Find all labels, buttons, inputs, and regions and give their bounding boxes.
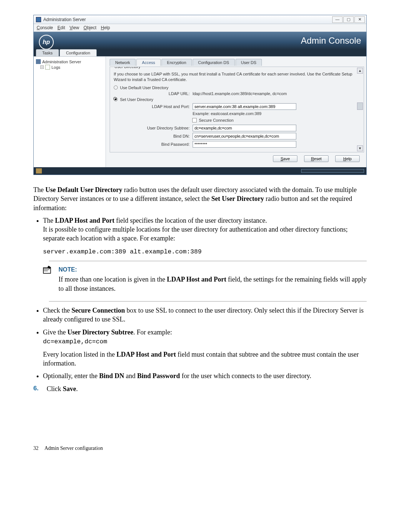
bindpw-label: Bind Password: — [121, 142, 190, 147]
secure-connection-checkbox[interactable]: Secure Connection — [192, 118, 360, 122]
bindpw-input[interactable] — [193, 141, 296, 148]
scroll-thumb[interactable] — [357, 102, 363, 110]
binddn-input[interactable] — [193, 133, 296, 139]
radio-icon — [114, 85, 118, 90]
tab-configuration[interactable]: Configuration — [60, 49, 96, 56]
reset-button[interactable]: Reset — [304, 155, 329, 162]
menu-help[interactable]: Help — [101, 25, 110, 30]
bullet-secure: Check the Secure Connection box to use S… — [43, 306, 367, 324]
config-pane: Network Access Encryption Configuration … — [106, 57, 366, 167]
save-button[interactable]: Save — [273, 155, 297, 162]
tree-root[interactable]: Administration Server — [35, 59, 104, 64]
t: Give the — [43, 329, 67, 336]
tab-network[interactable]: Network — [110, 59, 136, 66]
note-block: NOTE: If more than one location is given… — [43, 266, 367, 297]
bullet-ldap-host: The LDAP Host and Port field specifies t… — [43, 216, 367, 256]
app-icon — [36, 17, 41, 22]
subtree-label: User Directory Subtree: — [121, 126, 190, 130]
note-title: NOTE: — [59, 266, 367, 274]
radio-set-dir[interactable]: Set User Directory — [114, 97, 360, 102]
t: Every location listed in the — [43, 351, 116, 358]
menu-view[interactable]: View — [70, 25, 79, 30]
t: It is possible to configure multiple loc… — [43, 225, 367, 243]
divider — [49, 301, 367, 302]
tab-access[interactable]: Access — [136, 59, 160, 66]
bullet-bind: Optionally, enter the Bind DN and Bind P… — [43, 371, 367, 380]
t: If more than one location is given in th… — [59, 276, 167, 283]
menu-edit[interactable]: Edit — [57, 25, 65, 30]
radio-set-label: Set User Directory — [120, 97, 153, 102]
t: Bind DN — [99, 372, 124, 380]
close-button[interactable]: ✕ — [354, 16, 365, 23]
statusbar — [34, 167, 366, 175]
hostport-example: Example: eastcoast.example.com:389 — [193, 111, 261, 116]
banner: hp Admin Console — [34, 32, 366, 50]
maximize-button[interactable]: ▢ — [343, 16, 354, 23]
status-icon — [36, 168, 42, 174]
t: . For example: — [133, 329, 172, 336]
t: Bind Password — [137, 372, 180, 380]
titlebar: Administration Server — ▢ ✕ — [34, 15, 366, 24]
radio-checked-icon — [114, 97, 118, 101]
code-subtree: dc=example,dc=com — [43, 338, 107, 345]
binddn-label: Bind DN: — [121, 134, 190, 138]
t: User Directory Subtree — [67, 329, 133, 336]
hp-logo-icon: hp — [39, 35, 54, 50]
file-icon — [45, 65, 50, 70]
tab-configuration-ds[interactable]: Configuration DS — [193, 59, 235, 66]
window-title: Administration Server — [43, 17, 86, 22]
menubar: CConsoleonsole Edit View Object Help — [34, 24, 366, 32]
checkbox-icon — [192, 118, 197, 122]
page-number: 32 — [33, 445, 39, 452]
expand-icon[interactable]: + — [40, 65, 44, 69]
step-6: 6. Click Save. — [33, 384, 367, 393]
tree-root-label: Administration Server — [42, 60, 81, 64]
scroll-up-button[interactable]: ▲ — [357, 68, 363, 74]
user-directory-fieldset: User Directory ▲ ▼ If you choose to use … — [110, 67, 364, 152]
page-footer: 32 Admin Server configuration — [33, 445, 367, 452]
menu-object[interactable]: Object — [84, 25, 97, 30]
server-icon — [36, 59, 41, 64]
tab-tasks[interactable]: Tasks — [36, 49, 59, 56]
tab-user-ds[interactable]: User DS — [236, 59, 262, 66]
t: and — [124, 372, 137, 380]
menu-console[interactable]: CConsoleonsole — [37, 25, 53, 30]
t: Set User Directory — [211, 195, 264, 202]
t: Secure Connection — [71, 307, 125, 314]
t: Click — [47, 385, 63, 393]
admin-server-window: Administration Server — ▢ ✕ CConsoleonso… — [33, 15, 367, 175]
step-number: 6. — [33, 384, 41, 393]
t: LDAP Host and Port — [116, 351, 176, 358]
minimize-button[interactable]: — — [332, 16, 343, 23]
t: The — [43, 217, 55, 224]
t: Check the — [43, 307, 71, 314]
t: . — [76, 385, 78, 393]
radio-default-label: Use Default User Directory — [120, 85, 169, 90]
t: Optionally, enter the — [43, 372, 99, 380]
tree-item-logs[interactable]: + Logs — [35, 64, 104, 70]
tree-item-label: Logs — [51, 65, 60, 70]
fieldset-legend: User Directory — [113, 67, 142, 69]
bullet-subtree: Give the User Directory Subtree. For exa… — [43, 328, 367, 368]
t: for the user which connects to the user … — [180, 372, 311, 380]
hostport-label: LDAP Host and Port: — [121, 104, 190, 109]
note-icon — [43, 266, 53, 274]
t: Save — [63, 385, 76, 393]
ldap-url-label: LDAP URL: — [121, 91, 190, 96]
t: Use Default User Directory — [45, 186, 122, 193]
secure-connection-label: Secure Connection — [199, 118, 234, 122]
t: LDAP Host and Port — [55, 217, 114, 224]
progress-bar — [301, 169, 364, 173]
subtree-input[interactable] — [193, 125, 296, 131]
t: field specifies the location of the user… — [114, 217, 267, 224]
radio-default-dir[interactable]: Use Default User Directory — [114, 85, 360, 90]
ldap-url-value: ldap://host1.example.com:389/dc=example,… — [193, 91, 287, 96]
code-example: server.example.com:389 alt.example.com:3… — [43, 248, 201, 255]
banner-title: Admin Console — [301, 36, 361, 46]
scroll-down-button[interactable]: ▼ — [357, 145, 363, 151]
help-button[interactable]: Help — [335, 155, 360, 162]
document-body: The Use Default User Directory radio but… — [33, 185, 367, 452]
tab-encryption[interactable]: Encryption — [161, 59, 192, 66]
divider — [49, 261, 367, 261]
hostport-input[interactable] — [193, 103, 296, 110]
